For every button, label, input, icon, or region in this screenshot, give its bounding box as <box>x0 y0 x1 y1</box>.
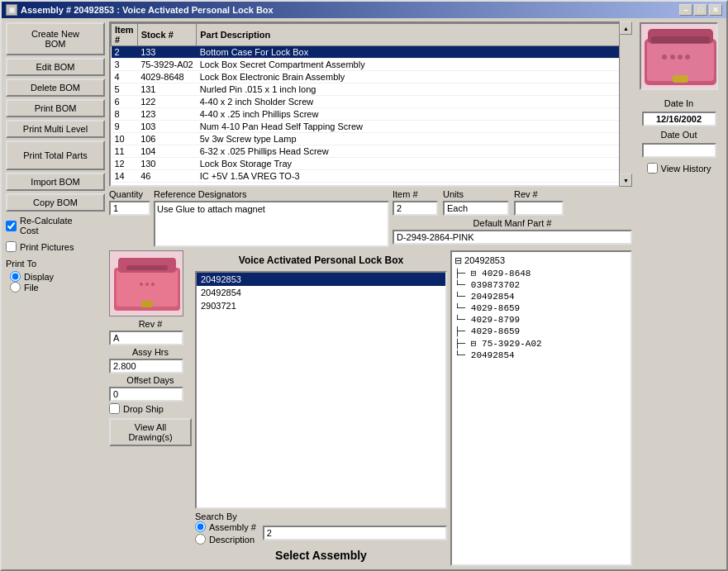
item-num-input[interactable] <box>393 201 438 216</box>
lower-section: Rev # Assy Hrs Offset Days Drop Ship Vie… <box>109 247 635 569</box>
search-input[interactable] <box>263 526 447 540</box>
drop-ship-label: Drop Ship <box>123 404 164 414</box>
tree-node[interactable]: └─ 20492854 <box>454 291 628 302</box>
assembly-list[interactable]: 20492853204928542903721 <box>195 271 447 509</box>
quantity-input[interactable] <box>109 201 150 216</box>
table-row[interactable]: 16 127 Low Temp Plastic Glue Stick <box>112 183 630 188</box>
table-row[interactable]: 9 103 Num 4-10 Pan Head Self Tapping Scr… <box>112 121 630 133</box>
tree-node[interactable]: └─ 4029-8659 <box>454 302 628 314</box>
recalculate-cost-checkbox[interactable] <box>6 221 17 231</box>
quantity-label: Quantity <box>109 189 150 199</box>
rev-field-input[interactable] <box>109 331 183 345</box>
import-bom-button[interactable]: Import BOM <box>6 173 105 191</box>
table-row[interactable]: 12 130 Lock Box Storage Tray <box>112 158 630 170</box>
print-multi-level-button[interactable]: Print Multi Level <box>6 120 105 138</box>
print-to-display-radio[interactable] <box>10 271 21 282</box>
recalculate-cost-row: Re-Calculate Cost <box>6 214 105 237</box>
search-desc-row: Description <box>195 534 256 545</box>
print-to-label: Print To <box>6 256 105 269</box>
view-history-checkbox[interactable] <box>647 163 658 174</box>
bom-table: Item # Stock # Part Description 2 133 Bo… <box>111 23 630 187</box>
close-button[interactable]: ✕ <box>709 4 722 16</box>
copy-bom-button[interactable]: Copy BOM <box>6 193 105 212</box>
ref-desig-textarea[interactable] <box>154 201 389 247</box>
search-desc-radio[interactable] <box>195 534 206 545</box>
cell-stock: 127 <box>137 183 197 188</box>
table-row[interactable]: 11 104 6-32 x .025 Phillips Head Screw <box>112 145 630 158</box>
left-panel: Create New BOM Edit BOM Delete BOM Print… <box>2 18 109 569</box>
print-bom-button[interactable]: Print BOM <box>6 99 105 117</box>
create-new-bom-button[interactable]: Create New BOM <box>6 22 105 55</box>
assembly-list-item[interactable]: 20492854 <box>197 286 445 299</box>
assy-hrs-input[interactable] <box>109 359 183 374</box>
scroll-up-button[interactable]: ▲ <box>620 21 632 35</box>
units-input[interactable] <box>443 201 509 216</box>
cell-desc: 6-32 x .025 Phillips Head Screw <box>197 145 630 158</box>
window-title: Assembly # 20492853 : Voice Activated Pe… <box>21 5 274 15</box>
table-row[interactable]: 8 123 4-40 x .25 inch Phillips Screw <box>112 108 630 121</box>
date-in-input[interactable] <box>642 112 716 126</box>
search-desc-label: Description <box>209 535 255 545</box>
assembly-list-item[interactable]: 20492853 <box>197 273 445 286</box>
cell-stock: 133 <box>137 46 197 59</box>
print-total-parts-button[interactable]: Print Total Parts <box>6 140 105 170</box>
drop-ship-area: Drop Ship <box>109 403 192 414</box>
table-row[interactable]: 3 75-3929-A02 Lock Box Secret Compartmen… <box>112 59 630 71</box>
main-window: ⊞ Assembly # 20492853 : Voice Activated … <box>0 0 728 571</box>
cell-desc: 4-40 x .25 inch Phillips Screw <box>197 108 630 121</box>
tree-node[interactable]: ├─ ⊟ 75-3929-A02 <box>454 337 628 350</box>
maximize-button[interactable]: □ <box>694 4 707 16</box>
table-row[interactable]: 14 46 IC +5V 1.5A VREG TO-3 <box>112 170 630 183</box>
item-num-label: Item # <box>393 189 438 199</box>
outer-layout: Create New BOM Edit BOM Delete BOM Print… <box>2 18 726 569</box>
print-pictures-row: Print Pictures <box>6 240 105 254</box>
tree-root[interactable]: ⊟ 20492853 <box>454 255 628 267</box>
scroll-down-button[interactable]: ▼ <box>620 174 632 187</box>
cell-item: 9 <box>112 121 138 133</box>
delete-bom-button[interactable]: Delete BOM <box>6 79 105 97</box>
table-row[interactable]: 10 106 5v 3w Screw type Lamp <box>112 133 630 145</box>
svg-rect-11 <box>651 36 710 43</box>
units-label: Units <box>443 189 509 199</box>
manf-part-input[interactable] <box>393 230 632 245</box>
product-image-svg <box>110 251 183 316</box>
table-scrollbar[interactable]: ▲ ▼ <box>619 21 632 187</box>
search-by-controls: Assembly # Description <box>195 521 447 545</box>
date-out-input[interactable] <box>642 143 716 158</box>
cell-desc: 4-40 x 2 inch Sholder Screw <box>197 96 630 108</box>
offset-days-input[interactable] <box>109 387 183 402</box>
tree-node[interactable]: └─ 20492854 <box>454 350 628 361</box>
minimize-button[interactable]: – <box>679 4 692 16</box>
date-out-label: Date Out <box>660 130 697 140</box>
date-in-label: Date In <box>664 98 693 108</box>
bom-table-scroll[interactable]: Item # Stock # Part Description 2 133 Bo… <box>109 21 632 187</box>
table-row[interactable]: 4 4029-8648 Lock Box Electronic Brain As… <box>112 71 630 83</box>
tree-node[interactable]: ├─ 4029-8659 <box>454 326 628 337</box>
svg-point-14 <box>670 55 675 59</box>
view-drawings-button[interactable]: View All Drawing(s) <box>109 418 192 446</box>
table-row[interactable]: 5 131 Nurled Pin .015 x 1 inch long <box>112 83 630 96</box>
tree-node[interactable]: ├─ ⊟ 4029-8648 <box>454 267 628 279</box>
select-assembly-label: Select Assembly <box>195 545 447 566</box>
rev-label-top: Rev # <box>514 189 564 199</box>
center-right: Item # Stock # Part Description 2 133 Bo… <box>109 18 635 569</box>
tree-node[interactable]: └─ 039873702 <box>454 279 628 291</box>
search-assembly-radio[interactable] <box>195 521 206 532</box>
table-row[interactable]: 2 133 Bottom Case For Lock Box <box>112 46 630 59</box>
scroll-track[interactable] <box>620 35 632 174</box>
svg-point-7 <box>151 283 155 286</box>
print-pictures-checkbox[interactable] <box>6 241 17 252</box>
rev-input-top[interactable] <box>514 201 564 216</box>
tree-node[interactable]: └─ 4029-8799 <box>454 314 628 326</box>
drop-ship-checkbox[interactable] <box>109 403 120 414</box>
rev-col: Rev # <box>514 189 564 216</box>
edit-bom-button[interactable]: Edit BOM <box>6 58 105 76</box>
search-by-radios: Assembly # Description <box>195 521 256 545</box>
search-assembly-row: Assembly # <box>195 521 256 532</box>
product-title: Voice Activated Personal Lock Box <box>195 250 447 269</box>
print-to-file-radio[interactable] <box>10 282 21 293</box>
cell-item: 6 <box>112 96 138 108</box>
table-row[interactable]: 6 122 4-40 x 2 inch Sholder Screw <box>112 96 630 108</box>
tree-panel: ⊟ 20492853 ├─ ⊟ 4029-8648 └─ 039873702 └… <box>450 250 632 566</box>
assembly-list-item[interactable]: 2903721 <box>197 299 445 312</box>
